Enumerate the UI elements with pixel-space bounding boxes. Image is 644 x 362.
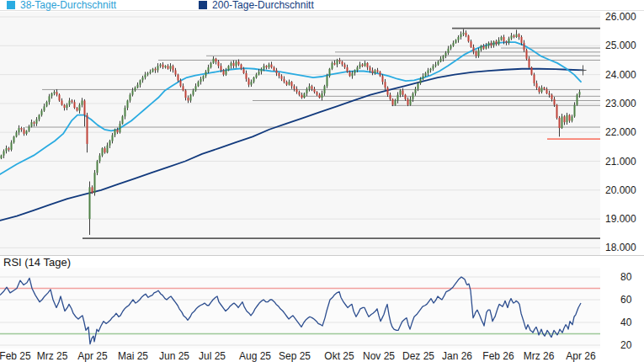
candle-body: [572, 116, 573, 120]
candle-body: [64, 105, 66, 108]
price-chart-svg[interactable]: [0, 0, 644, 362]
month-axis-label: Apr 26: [556, 350, 606, 362]
legend-item-ma200[interactable]: 200-Tage-Durchschnitt: [199, 0, 314, 10]
candle-body: [412, 93, 414, 99]
candle-body: [514, 35, 515, 37]
candle-body: [286, 82, 288, 84]
candle-body: [407, 99, 409, 105]
candle-body: [430, 69, 432, 71]
candle-body: [41, 110, 43, 114]
candle-body: [130, 95, 131, 101]
candle-body: [238, 61, 240, 64]
candle-body: [362, 65, 364, 67]
candle-body: [380, 72, 381, 76]
candle-body: [463, 33, 465, 35]
month-axis-label: Sep 25: [269, 350, 320, 362]
candle-body: [453, 43, 455, 45]
price-axis-label: 19.000: [605, 213, 644, 225]
ma200-legend-label: 200-Tage-Durchschnitt: [212, 0, 314, 10]
candle-body: [54, 92, 56, 93]
candle-body: [352, 73, 354, 76]
candle-body: [410, 99, 412, 105]
candle-body: [402, 90, 404, 94]
price-axis-label: 21.000: [605, 156, 644, 168]
candle-body: [112, 136, 114, 141]
candle-body: [483, 45, 485, 48]
candle-body: [200, 79, 202, 82]
candle-body: [13, 136, 15, 142]
candle-body: [289, 82, 290, 84]
candle-body: [117, 130, 119, 132]
candle-body: [140, 80, 141, 84]
candle-body: [99, 156, 101, 162]
candle-body: [498, 40, 500, 44]
candle-body: [536, 83, 538, 88]
candle-body: [324, 86, 326, 93]
rsi-panel-title: RSI (14 Tage): [3, 256, 71, 269]
candle-body: [51, 93, 53, 96]
candle-body: [524, 43, 525, 51]
candle-body: [26, 130, 28, 133]
candle-body: [476, 51, 477, 56]
candle-body: [559, 118, 561, 128]
candle-body: [210, 63, 212, 67]
candle-body: [382, 76, 384, 82]
candle-body: [455, 40, 457, 42]
rsi-plot-bg[interactable]: [0, 268, 600, 349]
candle-body: [551, 95, 553, 99]
candle-body: [445, 53, 447, 56]
candle-body: [556, 105, 558, 118]
candle-body: [155, 69, 157, 71]
legend-item-ma38[interactable]: 38-Tage-Durchschnitt: [7, 0, 116, 10]
candle-body: [291, 82, 293, 86]
candle-body: [233, 63, 235, 66]
candle-body: [8, 148, 10, 150]
candle-body: [69, 100, 71, 104]
candle-body: [526, 50, 528, 58]
candle-body: [188, 98, 189, 100]
candle-body: [372, 70, 374, 72]
candle-body: [541, 88, 543, 92]
candle-body: [162, 65, 164, 67]
candle-body: [448, 49, 450, 53]
candle-body: [339, 60, 341, 61]
candle-body: [488, 43, 490, 45]
candle-body: [334, 63, 336, 65]
candle-body: [276, 70, 278, 72]
candle-body: [579, 92, 581, 94]
candle-body: [82, 100, 83, 104]
candle-body: [97, 162, 98, 173]
candle-body: [306, 89, 308, 93]
rsi-axis-label: 60: [620, 294, 642, 306]
candle-body: [473, 47, 475, 51]
candle-body: [261, 69, 263, 72]
candle-body: [248, 79, 250, 85]
candle-body: [208, 67, 210, 72]
candle-body: [231, 63, 232, 66]
candle-body: [486, 45, 487, 48]
candle-body: [344, 65, 346, 67]
candle-body: [529, 59, 530, 67]
candle-body: [132, 90, 134, 94]
candle-body: [347, 67, 349, 72]
candle-body: [44, 106, 45, 110]
candle-body: [385, 82, 386, 88]
candle-body: [67, 105, 68, 108]
candle-body: [433, 66, 434, 68]
candle-body: [109, 141, 111, 145]
candle-body: [322, 93, 323, 98]
candle-body: [425, 73, 427, 76]
candle-body: [223, 70, 225, 74]
candle-body: [180, 80, 182, 86]
candle-body: [59, 95, 61, 101]
candle-body: [221, 66, 222, 70]
candle-body: [544, 88, 546, 89]
candle-body: [258, 72, 260, 74]
candle-body: [29, 126, 30, 130]
candle-body: [304, 93, 306, 98]
candle-body: [354, 70, 356, 72]
candle-body: [56, 92, 58, 94]
candle-body: [165, 66, 167, 67]
candle-body: [135, 88, 136, 90]
candle-body: [251, 82, 253, 84]
